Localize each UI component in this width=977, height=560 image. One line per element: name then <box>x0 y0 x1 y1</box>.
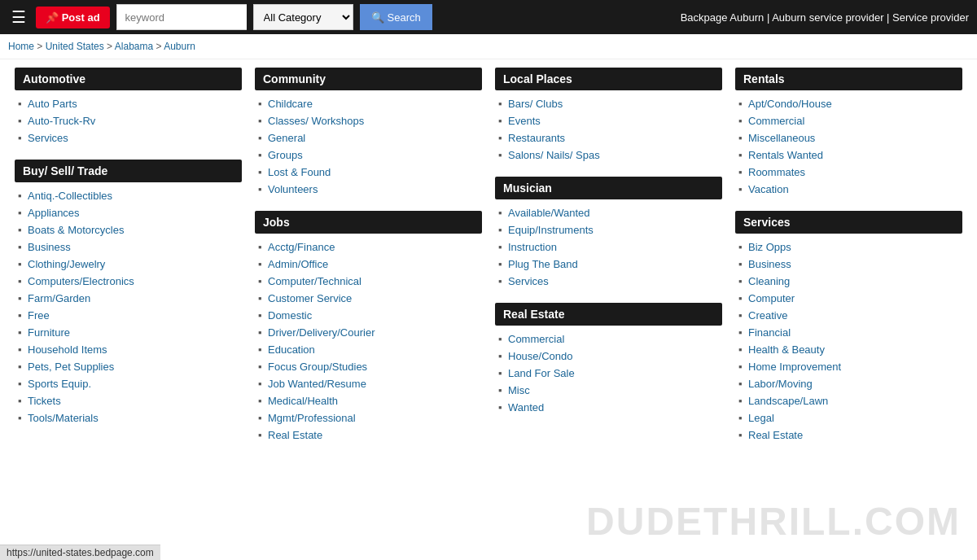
biz-opps-link[interactable]: Biz Opps <box>748 241 791 253</box>
search-input[interactable] <box>116 4 247 30</box>
breadcrumb-us[interactable]: United States <box>46 41 104 52</box>
sports-link[interactable]: Sports Equip. <box>28 378 91 390</box>
list-item: Wanted <box>495 399 722 416</box>
volunteers-link[interactable]: Volunteers <box>268 183 318 195</box>
admin-link[interactable]: Admin/Office <box>268 258 328 270</box>
job-wanted-link[interactable]: Job Wanted/Resume <box>268 378 366 390</box>
list-item: Cleaning <box>735 273 962 290</box>
auto-truck-rv-link[interactable]: Auto-Truck-Rv <box>28 115 95 127</box>
appliances-link[interactable]: Appliances <box>28 207 80 219</box>
services-business-link[interactable]: Business <box>748 258 791 270</box>
salons-link[interactable]: Salons/ Nails/ Spas <box>508 149 600 161</box>
search-button[interactable]: 🔍 Search <box>360 4 432 30</box>
list-item: Lost & Found <box>255 164 482 181</box>
miscellaneous-link[interactable]: Miscellaneous <box>748 132 815 144</box>
computer-tech-link[interactable]: Computer/Technical <box>268 275 361 287</box>
rentals-wanted-link[interactable]: Rentals Wanted <box>748 149 823 161</box>
re-commercial-link[interactable]: Commercial <box>508 333 564 345</box>
free-link[interactable]: Free <box>28 309 50 322</box>
musician-list: Available/Wanted Equip/Instruments Instr… <box>495 204 722 290</box>
jobs-real-estate-link[interactable]: Real Estate <box>268 429 322 441</box>
house-condo-link[interactable]: House/Condo <box>508 350 573 362</box>
rentals-commercial-link[interactable]: Commercial <box>748 115 804 127</box>
financial-link[interactable]: Financial <box>748 326 791 339</box>
apt-condo-link[interactable]: Apt/Condo/House <box>748 98 832 110</box>
home-improvement-link[interactable]: Home Improvement <box>748 361 841 373</box>
list-item: Real Estate <box>735 427 962 444</box>
jobs-header: Jobs <box>255 211 482 234</box>
list-item: Apt/Condo/House <box>735 95 962 112</box>
list-item: Labor/Moving <box>735 375 962 392</box>
wanted-link[interactable]: Wanted <box>508 401 544 413</box>
list-item: Services <box>15 129 242 147</box>
list-item: Acctg/Finance <box>255 238 482 256</box>
list-item: Commercial <box>495 330 722 348</box>
list-item: Landscape/Lawn <box>735 392 962 409</box>
roommates-link[interactable]: Roommates <box>748 166 805 178</box>
list-item: Financial <box>735 324 962 341</box>
breadcrumb-alabama[interactable]: Alabama <box>115 41 153 52</box>
services-real-estate-link[interactable]: Real Estate <box>748 429 803 441</box>
community-list: Childcare Classes/ Workshops General Gro… <box>255 95 482 198</box>
mgmt-link[interactable]: Mgmt/Professional <box>268 412 356 424</box>
driver-link[interactable]: Driver/Delivery/Courier <box>268 326 375 339</box>
domestic-link[interactable]: Domestic <box>268 309 312 322</box>
antiq-link[interactable]: Antiq.-Collectibles <box>28 190 112 202</box>
creative-link[interactable]: Creative <box>748 309 787 322</box>
lost-found-link[interactable]: Lost & Found <box>268 166 331 178</box>
household-link[interactable]: Household Items <box>28 343 107 356</box>
automotive-services-link[interactable]: Services <box>28 132 68 144</box>
list-item: Creative <box>735 307 962 324</box>
auto-parts-link[interactable]: Auto Parts <box>28 98 77 110</box>
header: ☰ Post ad All CategoryAutomotiveBuy/Sell… <box>0 0 977 34</box>
farm-link[interactable]: Farm/Garden <box>28 292 90 304</box>
tickets-link[interactable]: Tickets <box>28 395 61 407</box>
boats-link[interactable]: Boats & Motorcycles <box>28 224 125 236</box>
computer-link[interactable]: Computer <box>748 292 795 304</box>
labor-moving-link[interactable]: Labor/Moving <box>748 378 813 390</box>
events-link[interactable]: Events <box>508 115 541 127</box>
plug-the-band-link[interactable]: Plug The Band <box>508 258 578 270</box>
list-item: Services <box>495 273 722 290</box>
list-item: Legal <box>735 409 962 427</box>
childcare-link[interactable]: Childcare <box>268 98 313 110</box>
pets-link[interactable]: Pets, Pet Supplies <box>28 361 114 373</box>
list-item: Clothing/Jewelry <box>15 256 242 273</box>
general-link[interactable]: General <box>268 132 305 144</box>
landscape-link[interactable]: Landscape/Lawn <box>748 395 828 407</box>
health-beauty-link[interactable]: Health & Beauty <box>748 343 825 356</box>
misc-link[interactable]: Misc <box>508 384 530 396</box>
hamburger-icon[interactable]: ☰ <box>8 4 29 30</box>
bars-link[interactable]: Bars/ Clubs <box>508 98 563 110</box>
education-link[interactable]: Education <box>268 343 315 356</box>
legal-link[interactable]: Legal <box>748 412 774 424</box>
col-2: Community Childcare Classes/ Workshops G… <box>248 68 488 457</box>
computers-link[interactable]: Computers/Electronics <box>28 275 134 287</box>
list-item: Appliances <box>15 204 242 221</box>
cleaning-link[interactable]: Cleaning <box>748 275 790 287</box>
post-ad-button[interactable]: Post ad <box>36 7 110 28</box>
land-sale-link[interactable]: Land For Sale <box>508 367 575 379</box>
musician-services-link[interactable]: Services <box>508 275 549 287</box>
equip-instruments-link[interactable]: Equip/Instruments <box>508 224 594 236</box>
breadcrumb-auburn[interactable]: Auburn <box>164 41 195 52</box>
furniture-link[interactable]: Furniture <box>28 326 70 339</box>
col-1: Automotive Auto Parts Auto-Truck-Rv Serv… <box>8 68 248 457</box>
list-item: Salons/ Nails/ Spas <box>495 147 722 164</box>
category-select[interactable]: All CategoryAutomotiveBuy/Sell/TradeComm… <box>253 4 353 30</box>
customer-service-link[interactable]: Customer Service <box>268 292 352 304</box>
breadcrumb-home[interactable]: Home <box>8 41 34 52</box>
restaurants-link[interactable]: Restaurants <box>508 132 565 144</box>
tools-link[interactable]: Tools/Materials <box>28 412 99 424</box>
list-item: Restaurants <box>495 129 722 147</box>
vacation-link[interactable]: Vacation <box>748 183 789 195</box>
instruction-link[interactable]: Instruction <box>508 241 557 253</box>
available-wanted-link[interactable]: Available/Wanted <box>508 207 589 219</box>
focus-group-link[interactable]: Focus Group/Studies <box>268 361 367 373</box>
acctg-link[interactable]: Acctg/Finance <box>268 241 335 253</box>
business-link[interactable]: Business <box>28 241 71 253</box>
medical-link[interactable]: Medical/Health <box>268 395 338 407</box>
groups-link[interactable]: Groups <box>268 149 303 161</box>
classes-link[interactable]: Classes/ Workshops <box>268 115 364 127</box>
clothing-link[interactable]: Clothing/Jewelry <box>28 258 105 270</box>
